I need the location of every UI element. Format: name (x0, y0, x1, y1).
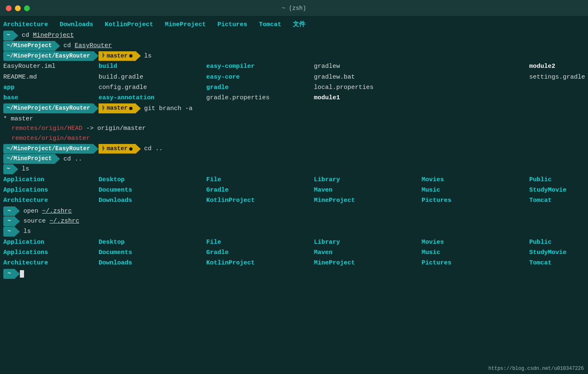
chevron-yellow-3 (136, 144, 141, 153)
chevron-4 (94, 104, 99, 113)
ls-item: local.properties (314, 83, 422, 92)
ls-item: Gradle (206, 248, 314, 257)
dot-2 (129, 107, 133, 110)
cursor (20, 270, 24, 278)
ls-item: File (206, 175, 314, 185)
branch-block-3: ᚦ master (99, 144, 136, 154)
folder-tomcat: Tomcat (259, 20, 281, 29)
ls-item: KotlinProject (206, 196, 314, 205)
prompt-path-easy-2: ~/MineProject/EasyRouter (3, 103, 94, 113)
prompt-cd-dotdot-2: ~/MineProject cd .. (3, 154, 585, 164)
ls-item: Desktop (99, 237, 206, 247)
prompt-source-zshrc: ~ source ~/.zshrc (3, 216, 585, 226)
ls-item: build (99, 62, 206, 71)
chevron-yellow-2 (136, 104, 141, 113)
ls-item: Documents (99, 248, 206, 257)
ls-item: Movies (422, 175, 529, 185)
dot-3 (129, 147, 133, 151)
prompt-tilde-4: ~ (3, 206, 15, 216)
folder-kotlinproject: KotlinProject (105, 20, 153, 29)
folder-pictures: Pictures (217, 20, 247, 29)
ls-item: Tomcat (529, 196, 588, 205)
prompt-tilde-1: ~ (3, 31, 13, 41)
ls-item: Maven (314, 185, 422, 195)
ls-item: build.gradle (99, 72, 206, 82)
cmd-ls-2: ls (22, 164, 29, 174)
ls-item: Gradle (206, 185, 314, 195)
prompt-ls-2: ~ ls (3, 164, 585, 174)
ls-item: KotlinProject (206, 258, 314, 268)
ls-item: module1 (314, 93, 422, 103)
ls-item: MineProject (314, 196, 422, 205)
ls-item: Library (314, 175, 422, 185)
branch-icon-1: ᚦ (102, 52, 105, 60)
ls-item: Architecture (3, 258, 99, 268)
ls-item: Downloads (99, 196, 206, 205)
ls-item: Application (3, 237, 99, 247)
cmd-cd-easy: cd EasyRouter (63, 41, 112, 50)
cmd-source-zshrc: source ~/.zshrc (23, 216, 79, 226)
ls-item: app (3, 83, 99, 92)
maximize-button[interactable] (24, 5, 30, 11)
ls-item: StudyMovie (529, 248, 588, 257)
folder-mineproject: MineProject (165, 20, 206, 29)
prompt-tilde-3: ~ (3, 164, 13, 174)
ls-item (422, 72, 529, 82)
cmd-ls-1: ls (144, 51, 152, 61)
branch-block-1: ᚦ master (99, 51, 136, 61)
ls-item: Applications (3, 185, 99, 195)
chevron-2 (55, 41, 60, 50)
prompt-open-zshrc: ~ open ~/.zshrc (3, 206, 585, 216)
ls-item: gradlew (314, 62, 422, 71)
watermark: https://blog.csdn.net/u010347226 (489, 366, 584, 372)
chevron-9 (15, 217, 20, 226)
ls-item: Maven (314, 248, 422, 257)
cmd-ls-3: ls (23, 227, 31, 236)
ls-output-2: Application Desktop File Library Movies … (3, 175, 585, 206)
ls-item: base (3, 93, 99, 103)
cmd-open-zshrc: open ~/.zshrc (23, 206, 72, 216)
ls-item: Pictures (422, 196, 529, 205)
ls-item: easy-core (206, 72, 314, 82)
ls-item: StudyMovie (529, 185, 588, 195)
folder-downloads: Downloads (60, 20, 93, 29)
dot-1 (129, 54, 133, 58)
close-button[interactable] (6, 5, 12, 11)
ls-item: Public (529, 175, 588, 185)
terminal-body: Architecture Downloads KotlinProject Min… (0, 17, 588, 281)
prompt-ls-1: ~/MineProject/EasyRouter ᚦ master ls (3, 51, 585, 61)
git-arrow: -> origin/master (82, 125, 146, 132)
ls-item: Library (314, 237, 422, 247)
ls-item (422, 93, 529, 103)
ls-item (529, 93, 588, 103)
folder-architecture: Architecture (3, 20, 48, 29)
prompt-cd-dotdot-1: ~/MineProject/EasyRouter ᚦ master cd .. (3, 144, 585, 154)
prompt-ls-3: ~ ls (3, 227, 585, 237)
prompt-tilde-2: ~/MineProject (3, 41, 55, 51)
minimize-button[interactable] (15, 5, 21, 11)
cmd-cd-dotdot-2: cd .. (63, 154, 82, 164)
chevron-10 (15, 227, 20, 236)
window-title: ~ (zsh) (282, 5, 306, 12)
branch-icon-3: ᚦ (102, 145, 105, 153)
ls-item: README.md (3, 72, 99, 82)
titlebar: ~ (zsh) (0, 0, 588, 17)
chevron-yellow-1 (136, 51, 141, 60)
cmd-git: git branch -a (144, 104, 193, 113)
top-folder-bar: Architecture Downloads KotlinProject Min… (3, 18, 585, 30)
ls-item: config.gradle (99, 83, 206, 92)
ls-item (422, 83, 529, 92)
chevron-5 (94, 144, 99, 153)
prompt-git-branch: ~/MineProject/EasyRouter ᚦ master git br… (3, 103, 585, 113)
ls-item: Applications (3, 248, 99, 257)
ls-item (422, 62, 529, 71)
git-output: * master remotes/origin/HEAD -> origin/m… (3, 114, 585, 144)
git-remote-head: remotes/origin/HEAD (12, 125, 82, 132)
branch-icon-2: ᚦ (102, 104, 105, 113)
ls-item: Public (529, 237, 588, 247)
prompt-tilde-final: ~ (3, 269, 15, 279)
ls-item: Documents (99, 185, 206, 195)
prompt-mine-2: ~/MineProject (3, 154, 55, 164)
folder-wenj: 文件 (293, 20, 305, 29)
ls-item: Architecture (3, 196, 99, 205)
